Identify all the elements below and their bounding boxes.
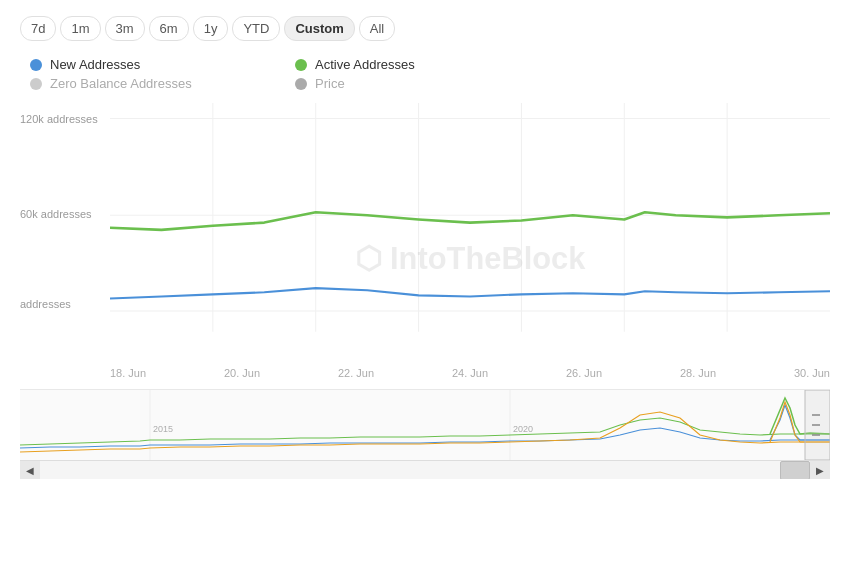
mini-chart-container: 2015 2020 ◀ ▶: [20, 389, 830, 479]
btn-ytd[interactable]: YTD: [232, 16, 280, 41]
legend-dot-new-addresses: [30, 59, 42, 71]
svg-text:2020: 2020: [513, 424, 533, 434]
legend-dot-active-addresses: [295, 59, 307, 71]
svg-rect-10: [20, 390, 830, 460]
scroll-left-button[interactable]: ◀: [20, 461, 40, 480]
legend-active-addresses[interactable]: Active Addresses: [295, 57, 540, 72]
svg-text:2015: 2015: [153, 424, 173, 434]
legend-label-new-addresses: New Addresses: [50, 57, 140, 72]
btn-custom[interactable]: Custom: [284, 16, 354, 41]
legend-zero-balance[interactable]: Zero Balance Addresses: [30, 76, 275, 91]
y-label-120k: 120k addresses: [20, 113, 98, 125]
scrollbar-track[interactable]: [40, 461, 810, 479]
scrollbar-row: ◀ ▶: [20, 460, 830, 479]
y-label-0: addresses: [20, 298, 71, 310]
legend-new-addresses[interactable]: New Addresses: [30, 57, 275, 72]
main-chart: 120k addresses 60k addresses addresses: [20, 103, 830, 363]
scrollbar-thumb[interactable]: [780, 461, 810, 479]
btn-7d[interactable]: 7d: [20, 16, 56, 41]
x-label-3: 22. Jun: [338, 367, 374, 379]
time-range-selector: 7d 1m 3m 6m 1y YTD Custom All: [20, 16, 830, 41]
btn-1y[interactable]: 1y: [193, 16, 229, 41]
x-label-1: 18. Jun: [110, 367, 146, 379]
main-chart-wrapper: 120k addresses 60k addresses addresses: [20, 103, 830, 379]
x-label-6: 28. Jun: [680, 367, 716, 379]
legend-label-active-addresses: Active Addresses: [315, 57, 415, 72]
legend-label-price: Price: [315, 76, 345, 91]
btn-1m[interactable]: 1m: [60, 16, 100, 41]
legend-dot-price: [295, 78, 307, 90]
x-label-2: 20. Jun: [224, 367, 260, 379]
chart-legend: New Addresses Active Addresses Zero Bala…: [20, 57, 540, 91]
chart-svg: ⬡ IntoTheBlock: [110, 103, 830, 363]
legend-dot-zero-balance: [30, 78, 42, 90]
x-label-5: 26. Jun: [566, 367, 602, 379]
btn-all[interactable]: All: [359, 16, 395, 41]
x-label-7: 30. Jun: [794, 367, 830, 379]
svg-text:⬡ IntoTheBlock: ⬡ IntoTheBlock: [355, 241, 587, 276]
mini-chart-svg: 2015 2020: [20, 390, 830, 460]
main-container: 7d 1m 3m 6m 1y YTD Custom All New Addres…: [0, 0, 850, 567]
btn-6m[interactable]: 6m: [149, 16, 189, 41]
legend-label-zero-balance: Zero Balance Addresses: [50, 76, 192, 91]
x-label-4: 24. Jun: [452, 367, 488, 379]
y-label-60k: 60k addresses: [20, 208, 92, 220]
btn-3m[interactable]: 3m: [105, 16, 145, 41]
scroll-right-button[interactable]: ▶: [810, 461, 830, 480]
x-axis-labels: 18. Jun 20. Jun 22. Jun 24. Jun 26. Jun …: [20, 367, 830, 379]
legend-price[interactable]: Price: [295, 76, 540, 91]
